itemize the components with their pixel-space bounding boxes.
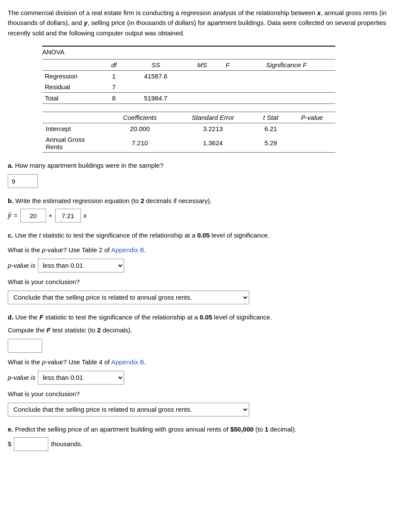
pvalue-d-select[interactable]: less than 0.01 between 0.01 and 0.025 be… — [38, 371, 124, 385]
row-gross-tstat: 5.29 — [253, 134, 289, 153]
equation-row: ŷ = 20 + 7.21 x — [8, 209, 392, 222]
p-italic-d: p — [42, 358, 45, 366]
anova-section: ANOVA df SS MS F Significance F Regressi… — [42, 46, 335, 104]
compute-text3: decimals). — [101, 326, 132, 334]
coefficients-table: Coefficients Standard Error t Stat P-val… — [42, 112, 335, 153]
question-e: e. Predict the selling price of an apart… — [8, 424, 392, 451]
question-e-text1: Predict the selling price of an apartmen… — [13, 426, 231, 433]
slope-answer[interactable]: 7.21 — [55, 209, 81, 222]
table-row: Total 8 51984.7 — [42, 92, 335, 103]
pvalue-c-row: p-value is less than 0.01 between 0.01 a… — [8, 259, 392, 272]
x-variable-eq: x — [84, 210, 87, 221]
equals-sign: = — [14, 210, 18, 221]
row-regression-ms — [186, 70, 218, 81]
question-c: c. Use the t statistic to test the signi… — [8, 230, 392, 304]
appendix-b-link-d[interactable]: Appendix B — [111, 358, 144, 366]
row-regression-label: Regression — [42, 70, 103, 81]
row-gross-label: Annual GrossRents — [42, 134, 107, 153]
question-b-label: b. — [8, 197, 13, 204]
question-d-level: 0.05 — [200, 313, 212, 321]
question-b-text1: Write the estimated regression equation … — [13, 197, 141, 204]
pvalue-c-prompt: What is the — [8, 246, 42, 253]
conclusion-d-select[interactable]: Conclude that the selling price is relat… — [8, 403, 249, 416]
row-residual-ss — [125, 81, 186, 93]
f-compute-symbol: F — [47, 326, 50, 334]
row-total-ms — [186, 92, 218, 103]
row-intercept-coeff: 20.000 — [107, 123, 173, 134]
question-c-text1: Use the — [13, 232, 39, 239]
row-gross-pvalue — [289, 134, 336, 153]
p-italic-c: p — [42, 246, 45, 253]
question-b-decimals: 2 — [141, 197, 144, 204]
compute-f-line: Compute the F test statistic (to 2 decim… — [8, 325, 392, 335]
coeff-col-se: Standard Error — [173, 112, 253, 123]
pvalue-c-select[interactable]: less than 0.01 between 0.01 and 0.025 be… — [38, 259, 124, 272]
anova-table: df SS MS F Significance F Regression 1 4… — [42, 59, 335, 104]
row-intercept-label: Intercept — [42, 123, 107, 134]
question-e-label: e. — [8, 426, 13, 433]
pvalue-d-line: What is the p-value? Use Table 4 of Appe… — [8, 357, 392, 367]
f-statistic-answer[interactable] — [8, 339, 42, 353]
question-a: a. How many apartment buildings were in … — [8, 160, 392, 188]
row-regression-sig — [237, 70, 335, 81]
conclusion-c-select[interactable]: Conclude that the selling price is relat… — [8, 291, 249, 304]
question-c-label: c. — [8, 232, 13, 239]
row-residual-ms — [186, 81, 218, 93]
row-residual-label: Residual — [42, 81, 103, 93]
row-gross-coeff: 7.210 — [107, 134, 173, 153]
coeff-col-tstat: t Stat — [253, 112, 289, 123]
anova-title: ANOVA — [42, 46, 335, 57]
pvalue-d-row: p-value is less than 0.01 between 0.01 a… — [8, 371, 392, 385]
row-intercept-se: 3.2213 — [173, 123, 253, 134]
y-variable: y — [84, 19, 88, 26]
question-e-decimals: 1 — [265, 426, 268, 433]
row-total-label: Total — [42, 92, 103, 103]
row-total-sig — [237, 92, 335, 103]
intercept-answer[interactable]: 20 — [20, 209, 46, 222]
question-c-text3: level of significance. — [210, 232, 269, 239]
dollar-sign: $ — [8, 439, 11, 449]
row-regression-f — [218, 70, 237, 81]
row-regression-ss: 41587.6 — [125, 70, 186, 81]
intro-text-1: The commercial division of a real estate… — [8, 9, 317, 16]
row-residual-f — [218, 81, 237, 93]
dollar-row: $ thousands. — [8, 437, 392, 451]
conclusion-d-row: Conclude that the selling price is relat… — [8, 403, 392, 416]
compute-decimals: 2 — [97, 326, 101, 334]
question-a-answer-box[interactable]: 9 — [8, 174, 38, 188]
row-gross-se: 1.3624 — [173, 134, 253, 153]
question-d-text3: level of significance. — [212, 313, 272, 321]
anova-col-f: F — [218, 59, 237, 70]
anova-col-ss: SS — [125, 59, 186, 70]
question-d-text1: Use the — [13, 313, 39, 321]
pvalue-d-is-label: p-value is — [8, 372, 35, 383]
conclusion-c-row: Conclude that the selling price is relat… — [8, 291, 392, 304]
table-row: Residual 7 — [42, 81, 335, 93]
question-c-level: 0.05 — [197, 232, 209, 239]
question-b: b. Write the estimated regression equati… — [8, 196, 392, 222]
pvalue-c-period: . — [144, 246, 146, 253]
row-total-ss: 51984.7 — [125, 92, 186, 103]
conclusion-d-prompt-row: What is your conclusion? — [8, 389, 392, 399]
question-a-label: a. — [8, 162, 13, 169]
question-d-text2: statistic to test the significance of th… — [44, 313, 200, 321]
anova-col-sigf: Significance F — [237, 59, 335, 70]
row-total-df: 8 — [103, 92, 125, 103]
coeff-col-label — [42, 112, 107, 123]
question-a-text: How many apartment buildings were in the… — [13, 162, 164, 169]
selling-price-answer[interactable] — [14, 437, 48, 451]
question-e-text3: decimal). — [269, 426, 297, 433]
appendix-b-link-c[interactable]: Appendix B — [111, 246, 144, 253]
anova-col-label — [42, 59, 103, 70]
table-row: Regression 1 41587.6 — [42, 70, 335, 81]
anova-col-ms: MS — [186, 59, 218, 70]
row-residual-sig — [237, 81, 335, 93]
pvalue-c-is-label: p-value is — [8, 260, 35, 271]
f-stat-symbol: F — [39, 313, 43, 321]
pvalue-c-text2: -value? Use Table 2 of — [46, 246, 111, 253]
pvalue-d-period: . — [144, 358, 146, 366]
conclusion-c-prompt: What is your conclusion? — [8, 278, 80, 285]
y-hat-symbol: ŷ — [8, 210, 11, 221]
question-e-text2: (to — [253, 426, 265, 433]
conclusion-c-prompt-row: What is your conclusion? — [8, 277, 392, 287]
